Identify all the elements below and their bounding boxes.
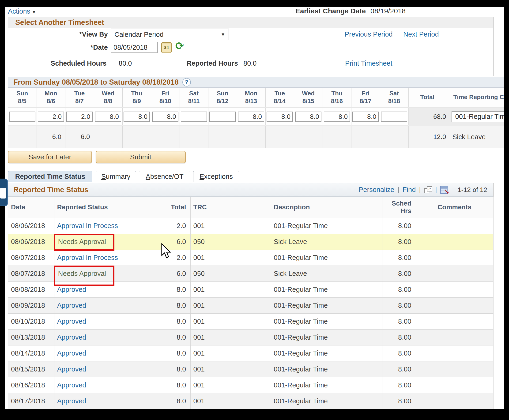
row-description: 001-Regular Time — [271, 345, 382, 361]
day-header-wed-8-8: Wed8/8 — [94, 88, 122, 107]
hours-input-day-12[interactable]: 8.0 — [324, 112, 350, 122]
row-date: 08/16/2018 — [8, 377, 54, 393]
hours-input-day-5[interactable]: 8.0 — [123, 112, 150, 122]
summary-day-cell — [122, 126, 151, 148]
row-trc: 001 — [190, 361, 271, 377]
row-date: 08/14/2018 — [8, 345, 54, 361]
actions-menu[interactable]: Actions▼ — [8, 8, 36, 15]
row-status[interactable]: Approved — [57, 318, 86, 325]
timesheet-period-title: From Sunday 08/05/2018 to Saturday 08/18… — [13, 78, 179, 86]
print-timesheet-link[interactable]: Print Timesheet — [345, 60, 392, 67]
calendar-icon[interactable]: 31 — [161, 42, 172, 53]
row-total: 8.0 — [147, 393, 190, 409]
hours-input-day-10[interactable]: 8.0 — [266, 112, 293, 122]
row-sched-hrs: 8.00 — [382, 361, 416, 377]
row-status-cell: Approval In Process — [54, 218, 147, 234]
tab-summary[interactable]: Summary — [96, 171, 136, 182]
column-header-date: Date — [8, 197, 54, 218]
download-to-excel-icon[interactable]: ↘ — [440, 186, 448, 194]
table-row: 08/13/2018Approved8.0001001-Regular Time… — [8, 329, 493, 345]
day-cell: 8.0 — [237, 107, 266, 126]
hours-input-day-1[interactable] — [9, 112, 35, 122]
row-comments — [416, 377, 493, 393]
row-total: 8.0 — [147, 361, 190, 377]
summary-day-cell — [380, 126, 408, 148]
row-comments — [416, 297, 493, 313]
help-icon[interactable]: ? — [182, 78, 191, 86]
day-cell: 2.0 — [65, 107, 94, 126]
row-description: 001-Regular Time — [271, 297, 382, 313]
red-annotation-box: Needs Approval — [54, 266, 115, 286]
row-trc: 050 — [190, 234, 271, 250]
hours-input-day-9[interactable]: 8.0 — [238, 112, 264, 122]
summary-day-cell — [8, 126, 37, 148]
save-for-later-button[interactable]: Save for Later — [8, 151, 92, 163]
tab-reported-time-status[interactable]: Reported Time Status — [8, 171, 92, 182]
table-row: 08/07/2018Approval In Process2.0001001-R… — [8, 250, 493, 266]
summary-day-cell: 6.0 — [37, 126, 65, 148]
row-status[interactable]: Approved — [57, 302, 86, 309]
zoom-popup-icon[interactable]: ↗ — [424, 186, 432, 193]
hours-input-day-4[interactable]: 8.0 — [95, 112, 121, 122]
hours-input-day-14[interactable] — [381, 112, 407, 122]
timesheet-grid-table: Sun8/5Mon8/6Tue8/7Wed8/8Thu8/9Fri8/10Sat… — [8, 88, 504, 148]
row-date: 08/07/2018 — [8, 250, 54, 266]
hours-input-day-8[interactable] — [209, 112, 236, 122]
day-header-wed-8-15: Wed8/15 — [294, 88, 323, 107]
row-sched-hrs: 8.00 — [382, 313, 416, 329]
personalize-link[interactable]: Personalize — [359, 186, 394, 194]
hours-input-day-3[interactable]: 2.0 — [66, 112, 93, 122]
row-comments — [416, 266, 493, 281]
view-by-label: *View By — [38, 30, 108, 38]
hours-input-day-2[interactable]: 2.0 — [38, 112, 64, 122]
row-date: 08/09/2018 — [8, 297, 54, 313]
column-header-comments: Comments — [416, 197, 493, 218]
table-row: 08/17/2018Approved8.0001001-Regular Time… — [8, 393, 493, 409]
row-status-cell: Approved — [54, 345, 147, 361]
scheduled-hours-value: 80.0 — [119, 60, 132, 67]
row-total: 8.0 — [147, 377, 190, 393]
hours-input-day-13[interactable]: 8.0 — [352, 112, 379, 122]
row-status[interactable]: Approved — [57, 349, 86, 357]
collapse-sidebar-tab[interactable] — [0, 179, 8, 206]
tab-absence-ot[interactable]: Absence/OT — [139, 171, 190, 182]
refresh-icon[interactable]: ⟳ — [175, 41, 184, 51]
timesheet-period-bar: From Sunday 08/05/2018 to Saturday 08/18… — [8, 77, 504, 88]
summary-trc-label: Sick Leave — [450, 126, 504, 148]
row-comments — [416, 393, 493, 409]
table-row: 08/10/2018Approved8.0001001-Regular Time… — [8, 313, 493, 329]
table-row: 08/16/2018Approved8.0001001-Regular Time… — [8, 377, 493, 393]
hours-input-day-11[interactable]: 8.0 — [295, 112, 321, 122]
row-status-cell: Approved — [54, 393, 147, 409]
view-by-select[interactable]: Calendar Period ▼ — [111, 29, 229, 40]
row-status[interactable]: Approved — [57, 286, 86, 293]
previous-period-link[interactable]: Previous Period — [345, 30, 393, 38]
row-status[interactable]: Approval In Process — [57, 222, 118, 229]
row-trc: 001 — [190, 345, 271, 361]
day-cell — [380, 107, 408, 126]
row-status[interactable]: Approved — [57, 397, 86, 405]
find-link[interactable]: Find — [403, 186, 416, 194]
row-status-cell: Approved — [54, 313, 147, 329]
trc-select[interactable]: 001-Regular Time — [452, 111, 504, 122]
row-sched-hrs: 8.00 — [382, 297, 416, 313]
day-header-sat-8-11: Sat8/11 — [180, 88, 208, 107]
row-status[interactable]: Approved — [57, 334, 86, 341]
row-status[interactable]: Approved — [57, 365, 86, 373]
date-input[interactable]: 08/05/2018 — [111, 42, 158, 53]
row-status[interactable]: Approval In Process — [57, 254, 118, 261]
hours-input-day-6[interactable]: 8.0 — [152, 112, 178, 122]
time-reporting-code-header: Time Reporting Code — [450, 88, 504, 107]
submit-button[interactable]: Submit — [96, 151, 186, 163]
row-comments — [416, 281, 493, 297]
hours-input-day-7[interactable] — [181, 112, 207, 122]
summary-day-cell — [294, 126, 323, 148]
day-header-fri-8-10: Fri8/10 — [151, 88, 180, 107]
row-trc: 001 — [190, 393, 271, 409]
row-status[interactable]: Approved — [57, 381, 86, 389]
row-count: 1-12 of 12 — [458, 186, 487, 194]
table-row: 08/14/2018Approved8.0001001-Regular Time… — [8, 345, 493, 361]
next-period-link[interactable]: Next Period — [403, 30, 439, 38]
day-cell — [180, 107, 208, 126]
tab-exceptions[interactable]: Exceptions — [193, 171, 239, 182]
